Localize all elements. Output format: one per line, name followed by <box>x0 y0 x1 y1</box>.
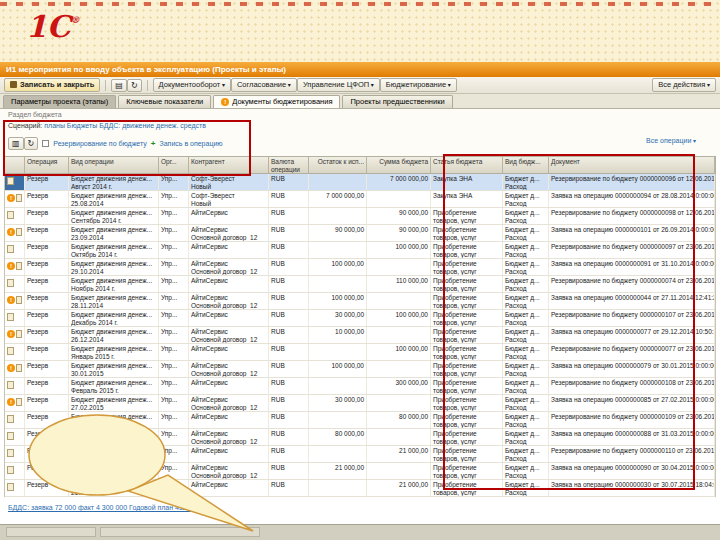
cell-budget-sum <box>367 429 431 445</box>
column-header[interactable]: Документ <box>549 157 715 173</box>
contractor-name: АйтиСервис <box>191 464 266 472</box>
table-row[interactable]: РезервБюджет движения денеж...Август 201… <box>5 174 715 191</box>
brand-banner: 1С® <box>0 0 720 62</box>
cell-document: Резервирование по бюджету 0000000098 от … <box>549 208 715 224</box>
budget-kind: Бюджет д... <box>505 396 546 404</box>
toolbar-menu-3[interactable]: Управление ЦФОП <box>297 78 380 92</box>
table-row[interactable]: РезервБюджет движения денеж...Апрель 201… <box>5 446 715 463</box>
column-header[interactable]: Орг... <box>159 157 189 173</box>
budget-direction: Расход <box>505 353 546 361</box>
table-row[interactable]: РезервБюджет движения денеж...31.03.2015… <box>5 429 715 446</box>
cell-currency: RUB <box>269 463 309 479</box>
budget-kind: Бюджет д... <box>505 464 546 472</box>
refresh-icon[interactable]: ↻ <box>24 137 39 150</box>
toolbar-menu-2[interactable]: Согласование <box>231 78 297 92</box>
tab-2[interactable]: Ключевые показатели <box>118 95 211 108</box>
column-header[interactable]: Операция <box>25 157 69 173</box>
cell-budget-sum: 100 000,00 <box>367 344 431 360</box>
cell-budget-sum <box>367 191 431 207</box>
cell-icons <box>5 276 25 292</box>
all-operations-link[interactable]: Все операции <box>646 137 696 144</box>
budget-direction: Расход <box>505 234 546 242</box>
budget-summary-link[interactable]: БДДС: заявка 72 000 факт 4 300 000 Годов… <box>8 504 200 511</box>
column-header[interactable]: Контрагент <box>189 157 269 173</box>
cell-organization: Упр... <box>159 480 189 496</box>
column-header[interactable]: Статья бюджета <box>431 157 503 173</box>
table-row[interactable]: !РезервБюджет движения денеж...27.02.201… <box>5 395 715 412</box>
operation-kind: Бюджет движения денеж... <box>71 294 156 302</box>
save-close-button[interactable]: Записать и закрыть <box>4 78 100 92</box>
budget-direction: Расход <box>505 268 546 276</box>
cell-remainder <box>309 276 367 292</box>
table-row[interactable]: !РезервБюджет движения денеж...28.11.201… <box>5 293 715 310</box>
column-header[interactable]: Валюта операции <box>269 157 309 173</box>
table-row[interactable]: !РезервБюджет движения денеж...23.09.201… <box>5 225 715 242</box>
operation-kind: Бюджет движения денеж... <box>71 260 156 268</box>
tab-4[interactable]: Проекты предшественники <box>342 95 452 108</box>
cell-contractor: АйтиСервис <box>189 276 269 292</box>
cell-document: Заявка на операцию 0000000044 от 27.11.2… <box>549 293 715 309</box>
cell-icons <box>5 310 25 326</box>
contract-name: Основной договор_12 <box>191 438 266 446</box>
table-row[interactable]: РезервБюджет движения денеж...Октябрь 20… <box>5 242 715 259</box>
table-row[interactable]: РезервБюджет движения денеж...Март 2015 … <box>5 412 715 429</box>
cell-budget-sum: 300 000,00 <box>367 378 431 394</box>
cell-icons <box>5 480 25 496</box>
cell-remainder: 21 000,00 <box>309 463 367 479</box>
panel-controls: ▥↻ Резервирование по бюджету + Запись в … <box>8 137 223 150</box>
operation-period: 30.04.2015 <box>71 472 156 480</box>
table-row[interactable]: !РезервБюджет движения денеж...30.01.201… <box>5 361 715 378</box>
configure-list-icon[interactable]: ▥ <box>8 137 24 150</box>
column-header[interactable]: Вид операции <box>69 157 159 173</box>
table-row[interactable]: РезервБюджет движения денеж...Сентябрь 2… <box>5 208 715 225</box>
table-row[interactable]: РезервБюджет движения денеж...Ноябрь 201… <box>5 276 715 293</box>
refresh-icon[interactable]: ↻ <box>127 79 142 92</box>
cell-budget-article: Приобретение товаров, услуг <box>431 242 503 258</box>
toolbar-menu-4[interactable]: Бюджетирование <box>380 78 457 92</box>
cell-budget-article: Закупка ЭНА <box>431 174 503 190</box>
cell-budget-sum: 100 000,00 <box>367 242 431 258</box>
cell-contractor: АйтиСервис <box>189 242 269 258</box>
table-row[interactable]: !РезервБюджет движения денеж...29.10.201… <box>5 259 715 276</box>
budget-direction: Расход <box>505 387 546 395</box>
cell-currency: RUB <box>269 208 309 224</box>
operation-period: Сентябрь 2014 г. <box>71 217 156 225</box>
cell-currency: RUB <box>269 276 309 292</box>
operation-kind: Бюджет движения денеж... <box>71 396 156 404</box>
table-row[interactable]: РезервБюджет движения денеж...Январь 201… <box>5 344 715 361</box>
cell-status: Резерв <box>25 225 69 241</box>
reserve-checkbox[interactable] <box>42 140 49 147</box>
cell-budget-kind: Бюджет д...Расход <box>503 259 549 275</box>
cell-currency: RUB <box>269 429 309 445</box>
report-icon[interactable]: ▤ <box>111 79 127 92</box>
all-actions-button[interactable]: Все действия <box>652 78 716 92</box>
table-row[interactable]: РезервБюджет движения денеж...Февраль 20… <box>5 378 715 395</box>
scenario-line: Сценарий: планы Бюджеты БДДС: движение д… <box>8 122 206 129</box>
cell-document: Резервирование по бюджету 0000000096 от … <box>549 174 715 190</box>
column-header[interactable] <box>5 157 25 173</box>
operation-period: Февраль 2015 г. <box>71 387 156 395</box>
column-header[interactable]: Вид бюдж... <box>503 157 549 173</box>
table-row[interactable]: РезервБюджет движения денеж...30.04.2015… <box>5 463 715 480</box>
cell-remainder <box>309 208 367 224</box>
cell-remainder: 100 000,00 <box>309 293 367 309</box>
table-row[interactable]: РезервБюджет движения денеж...Декабрь 20… <box>5 310 715 327</box>
write-operation-button[interactable]: Запись в операцию <box>159 140 222 147</box>
toolbar-menu-1[interactable]: Документооборот <box>153 78 231 92</box>
scenario-link[interactable]: планы Бюджеты БДДС: движение денеж. сред… <box>44 122 206 129</box>
cell-budget-kind: Бюджет д...Расход <box>503 463 549 479</box>
table-row[interactable]: !РезервБюджет движения денеж...25.08.201… <box>5 191 715 208</box>
column-header[interactable]: Сумма бюджета <box>367 157 431 173</box>
budget-panel: Раздел бюджета Сценарий: планы Бюджеты Б… <box>0 109 720 156</box>
table-row[interactable]: РезервБюджет движения денеж...21.07.2015… <box>5 480 715 497</box>
cell-budget-kind: Бюджет д...Расход <box>503 191 549 207</box>
tab-3[interactable]: !Документы бюджетирования <box>213 95 340 108</box>
operation-period: 26.12.2014 <box>71 336 156 344</box>
table-row[interactable]: !РезервБюджет движения денеж...26.12.201… <box>5 327 715 344</box>
cell-operation-kind: Бюджет движения денеж...30.04.2015 <box>69 463 159 479</box>
reserve-by-budget-link[interactable]: Резервирование по бюджету <box>53 140 147 147</box>
tab-1[interactable]: Параметры проекта (этапы) <box>3 95 116 108</box>
cell-contractor: АйтиСервис <box>189 344 269 360</box>
column-header[interactable]: Остаток к исп... <box>309 157 367 173</box>
cell-organization: Упр... <box>159 378 189 394</box>
